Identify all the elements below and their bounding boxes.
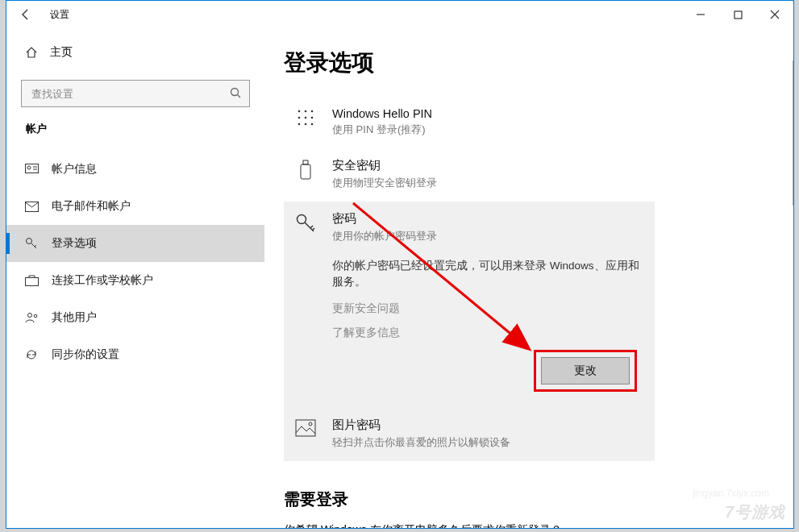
sidebar-item-label: 连接工作或学校帐户 <box>52 273 153 288</box>
svg-point-13 <box>27 314 31 318</box>
watermark-url: jingyan.7xiyx.com <box>693 488 769 499</box>
maximize-button[interactable] <box>719 1 756 28</box>
sidebar-item-label: 登录选项 <box>52 236 97 251</box>
sidebar-item-label: 帐户信息 <box>52 162 97 177</box>
arrow-left-icon <box>19 8 32 21</box>
usb-key-icon <box>293 158 318 190</box>
minimize-button[interactable] <box>682 1 719 28</box>
sidebar-item-email[interactable]: 电子邮件和帐户 <box>6 188 264 225</box>
sidebar-item-signin-options[interactable]: 登录选项 <box>6 225 264 262</box>
change-button[interactable]: 更改 <box>541 357 630 384</box>
svg-point-5 <box>27 166 31 169</box>
mail-icon <box>24 202 39 212</box>
key-large-icon <box>293 211 318 243</box>
svg-line-11 <box>35 245 36 247</box>
page-title: 登录选项 <box>284 48 793 78</box>
briefcase-icon <box>24 275 39 286</box>
svg-point-18 <box>298 117 301 119</box>
svg-point-14 <box>34 314 37 318</box>
option-sub: 使用物理安全密钥登录 <box>332 176 642 190</box>
sidebar: 主页 帐户 帐户信息 电子邮件和帐户 登录选项 <box>6 28 264 528</box>
back-button[interactable] <box>6 1 45 28</box>
option-sub: 使用你的帐户密码登录 <box>332 229 642 243</box>
svg-rect-25 <box>303 160 308 164</box>
svg-point-26 <box>298 215 306 224</box>
sidebar-item-label: 同步你的设置 <box>52 347 119 362</box>
minimize-icon <box>696 10 705 19</box>
sidebar-item-sync[interactable]: 同步你的设置 <box>6 336 264 373</box>
annotation-box: 更改 <box>534 350 637 392</box>
sidebar-item-label: 电子邮件和帐户 <box>52 199 131 214</box>
svg-point-22 <box>305 123 307 126</box>
svg-point-9 <box>27 239 32 244</box>
key-icon <box>24 237 39 250</box>
sidebar-item-work-school[interactable]: 连接工作或学校帐户 <box>6 262 264 299</box>
home-link[interactable]: 主页 <box>6 35 264 70</box>
svg-line-3 <box>238 95 241 98</box>
learn-more-link[interactable]: 了解更多信息 <box>332 325 642 341</box>
svg-point-20 <box>311 117 314 119</box>
home-label: 主页 <box>50 45 73 60</box>
option-title: 密码 <box>332 211 642 227</box>
close-button[interactable] <box>756 1 793 28</box>
home-icon <box>24 46 39 59</box>
settings-window: 设置 主页 帐户 <box>6 0 794 529</box>
titlebar: 设置 <box>6 1 793 28</box>
scrollbar-thumb[interactable] <box>793 60 793 206</box>
svg-point-17 <box>311 110 314 113</box>
option-picture-password[interactable]: 图片密码 轻扫并点击你最喜爱的照片以解锁设备 <box>284 408 655 461</box>
option-title: 安全密钥 <box>332 158 642 173</box>
svg-point-15 <box>298 110 301 113</box>
svg-rect-1 <box>734 11 742 19</box>
svg-point-19 <box>305 117 307 119</box>
require-signin-text: 你希望 Windows 在你离开电脑多久后要求你重新登录？ <box>284 523 793 528</box>
option-password[interactable]: 密码 使用你的帐户密码登录 你的帐户密码已经设置完成，可以用来登录 Window… <box>284 202 655 408</box>
category-label: 帐户 <box>6 122 264 136</box>
update-security-questions-link[interactable]: 更新安全问题 <box>332 301 642 317</box>
option-sub: 轻扫并点击你最喜爱的照片以解锁设备 <box>332 435 642 450</box>
sync-icon <box>24 348 39 361</box>
svg-point-23 <box>311 123 314 126</box>
svg-rect-24 <box>301 164 310 179</box>
svg-line-28 <box>310 226 313 228</box>
sidebar-item-label: 其他用户 <box>52 310 97 325</box>
option-pin[interactable]: Windows Hello PIN 使用 PIN 登录(推荐) <box>284 98 655 148</box>
svg-rect-30 <box>296 420 315 436</box>
svg-line-29 <box>313 228 315 231</box>
close-icon <box>770 10 780 19</box>
maximize-icon <box>734 10 743 19</box>
people-icon <box>24 312 39 323</box>
pin-grid-icon <box>293 107 318 137</box>
svg-point-2 <box>231 89 239 96</box>
app-title: 设置 <box>50 8 69 22</box>
option-security-key[interactable]: 安全密钥 使用物理安全密钥登录 <box>284 148 655 202</box>
option-title: 图片密码 <box>332 418 642 433</box>
sidebar-item-other-users[interactable]: 其他用户 <box>6 299 264 336</box>
person-card-icon <box>24 164 39 175</box>
content-area: 登录选项 Windows Hello PIN 使用 PIN 登录(推荐) 安全密… <box>264 28 793 528</box>
option-title: Windows Hello PIN <box>332 107 642 120</box>
svg-point-16 <box>305 110 307 113</box>
search-icon <box>230 87 242 102</box>
password-description: 你的帐户密码已经设置完成，可以用来登录 Windows、应用和服务。 <box>332 258 642 289</box>
search-input[interactable] <box>21 80 250 107</box>
svg-point-31 <box>309 422 312 426</box>
option-sub: 使用 PIN 登录(推荐) <box>332 123 642 137</box>
picture-icon <box>293 418 318 450</box>
watermark-logo: 7号游戏 <box>725 501 785 523</box>
svg-point-21 <box>298 123 301 126</box>
svg-rect-12 <box>25 278 38 286</box>
sidebar-item-account-info[interactable]: 帐户信息 <box>6 151 264 188</box>
